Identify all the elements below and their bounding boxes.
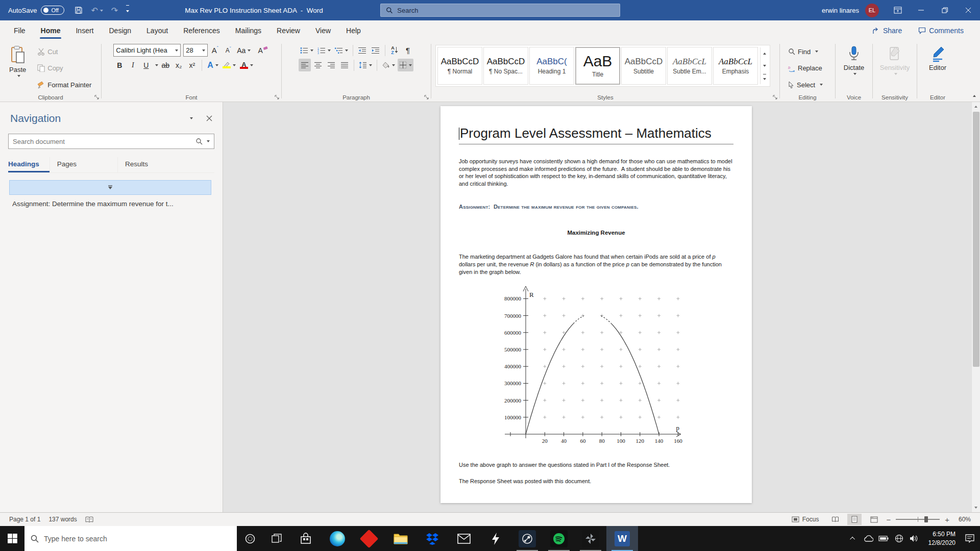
dictate-button[interactable]: Dictate [840, 44, 868, 92]
tab-insert[interactable]: Insert [68, 20, 101, 41]
proofing-status-button[interactable] [81, 516, 97, 523]
taskbar-spotify-button[interactable] [543, 526, 575, 551]
style-emphasis[interactable]: AaBbCcLEmphasis [713, 47, 758, 85]
scrollbar-thumb[interactable] [973, 112, 979, 367]
navigation-search-box[interactable] [8, 134, 214, 149]
strikethrough-button[interactable]: ab [159, 59, 172, 71]
subscript-button[interactable]: x₂ [173, 59, 185, 71]
styles-gallery-more-button[interactable] [761, 72, 769, 84]
document-search-input[interactable] [13, 138, 191, 145]
taskbar-mail-button[interactable] [448, 526, 480, 551]
autosave-toggle[interactable]: AutoSave Off [8, 6, 64, 15]
sensitivity-button[interactable]: Sensitivity [876, 44, 914, 92]
word-count[interactable]: 137 words [44, 516, 81, 523]
page-indicator[interactable]: Page 1 of 1 [5, 516, 44, 523]
decrease-indent-button[interactable] [356, 44, 369, 57]
bold-button[interactable]: B [113, 59, 126, 71]
battery-tray-icon[interactable] [876, 536, 891, 541]
zoom-level[interactable]: 60% [954, 516, 975, 523]
start-button[interactable] [0, 526, 24, 551]
align-left-button[interactable] [299, 59, 311, 71]
taskbar-steam-button[interactable] [511, 526, 543, 551]
restore-button[interactable] [933, 0, 957, 20]
taskbar-store-button[interactable] [290, 526, 322, 551]
align-right-button[interactable] [325, 59, 337, 71]
format-painter-button[interactable]: Format Painter [35, 78, 93, 91]
text-effects-button[interactable]: A [206, 59, 220, 71]
change-case-button[interactable]: Aa [235, 44, 252, 57]
zoom-slider-handle[interactable] [924, 516, 928, 522]
taskbar-word-button[interactable]: W [606, 526, 638, 551]
zoom-in-button[interactable]: + [945, 515, 949, 524]
tab-help[interactable]: Help [338, 20, 369, 41]
copy-button[interactable]: Copy [35, 62, 93, 75]
font-color-button[interactable]: A [238, 59, 255, 71]
underline-button[interactable]: U [140, 59, 152, 71]
text-highlight-button[interactable] [221, 59, 237, 71]
web-layout-button[interactable] [867, 514, 881, 525]
styles-gallery-down-button[interactable] [761, 60, 769, 72]
close-button[interactable] [957, 0, 980, 20]
select-button[interactable]: Select [786, 78, 825, 91]
style-subtle-emphasis[interactable]: AaBbCcLSubtle Em... [667, 47, 712, 85]
task-view-button[interactable] [263, 526, 290, 551]
user-name[interactable]: erwin linares [822, 7, 859, 14]
superscript-button[interactable]: x² [186, 59, 198, 71]
onedrive-tray-icon[interactable] [861, 535, 876, 542]
navigation-pane-menu-button[interactable] [190, 117, 193, 119]
nav-heading-item-selected[interactable] [9, 180, 211, 195]
taskbar-lightning-button[interactable] [480, 526, 511, 551]
taskbar-edge-button[interactable] [322, 526, 353, 551]
zoom-slider[interactable] [896, 519, 940, 520]
bullets-button[interactable] [299, 44, 315, 57]
style-subtitle[interactable]: AaBbCcDSubtitle [621, 47, 666, 85]
save-button[interactable] [75, 6, 83, 14]
network-tray-icon[interactable] [891, 534, 906, 543]
font-name-combobox[interactable]: Calibri Light (Hea [113, 44, 181, 57]
ribbon-display-options-button[interactable] [886, 0, 910, 20]
vertical-scrollbar[interactable] [971, 102, 980, 512]
paragraph-dialog-launcher[interactable] [424, 95, 429, 100]
show-formatting-button[interactable]: ¶ [402, 44, 414, 57]
scroll-up-arrow[interactable] [972, 102, 980, 111]
tab-file[interactable]: File [6, 20, 33, 41]
style-normal[interactable]: AaBbCcD¶ Normal [437, 47, 482, 85]
paste-button[interactable]: Paste [5, 44, 30, 92]
zoom-out-button[interactable]: − [886, 515, 891, 524]
font-dialog-launcher[interactable] [275, 95, 280, 100]
taskbar-clock[interactable]: 6:50 PM 12/8/2020 [922, 530, 960, 546]
style-no-spacing[interactable]: AaBbCcD¶ No Spac... [483, 47, 528, 85]
print-layout-button[interactable] [847, 514, 862, 525]
taskbar-search-input[interactable] [44, 535, 231, 543]
sort-button[interactable]: AZ [388, 44, 401, 57]
scroll-down-arrow[interactable] [972, 503, 980, 512]
chevron-down-icon[interactable] [207, 140, 210, 142]
justify-button[interactable] [338, 59, 351, 71]
avatar[interactable]: EL [865, 4, 879, 17]
tab-layout[interactable]: Layout [139, 20, 176, 41]
align-center-button[interactable] [312, 59, 324, 71]
action-center-button[interactable] [960, 534, 980, 543]
undo-button[interactable]: ↶ [91, 6, 103, 15]
document-page[interactable]: Program Level Assessment – Mathematics J… [440, 106, 752, 503]
taskbar-search-box[interactable] [24, 526, 237, 551]
style-title[interactable]: AaBTitle [575, 47, 620, 85]
nav-heading-item[interactable]: Assignment: Determine the maximum revenu… [12, 200, 217, 208]
nav-tab-results[interactable]: Results [117, 157, 185, 172]
taskbar-file-explorer-button[interactable] [385, 526, 416, 551]
tray-show-hidden-icons-button[interactable] [845, 537, 861, 540]
read-mode-button[interactable] [828, 514, 842, 525]
style-heading1[interactable]: AaBbC(Heading 1 [529, 47, 574, 85]
nav-tab-pages[interactable]: Pages [50, 157, 117, 172]
volume-tray-icon[interactable] [906, 535, 922, 542]
taskbar-radeon-button[interactable] [353, 526, 385, 551]
tab-review[interactable]: Review [269, 20, 308, 41]
tab-mailings[interactable]: Mailings [228, 20, 269, 41]
shading-button[interactable] [380, 59, 397, 71]
tab-references[interactable]: References [176, 20, 228, 41]
find-button[interactable]: Find [786, 45, 825, 58]
numbering-button[interactable]: 123 [316, 44, 332, 57]
tab-design[interactable]: Design [101, 20, 139, 41]
italic-button[interactable]: I [127, 59, 139, 71]
focus-mode-button[interactable]: Focus [788, 516, 823, 523]
